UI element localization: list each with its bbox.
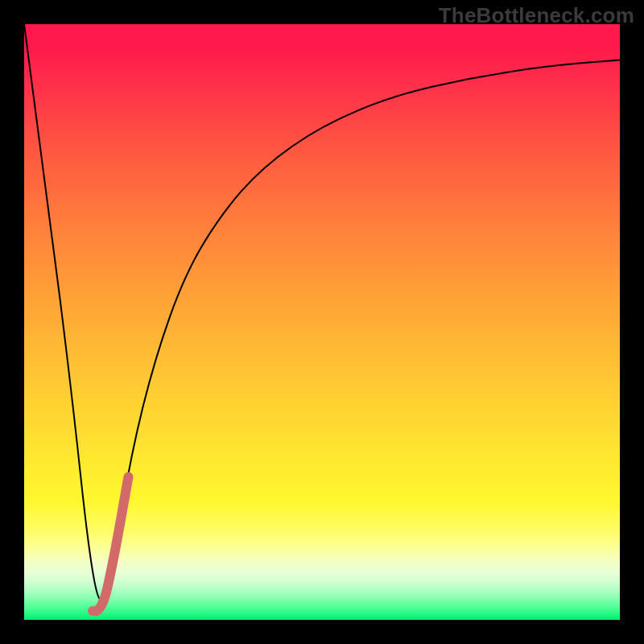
curve-layer	[24, 24, 620, 611]
series-bottleneck-curve	[24, 24, 620, 601]
chart-svg	[24, 24, 620, 620]
series-highlight-segment	[93, 477, 128, 611]
chart-frame: TheBottleneck.com	[0, 0, 644, 644]
plot-area	[24, 24, 620, 620]
watermark-text: TheBottleneck.com	[439, 3, 634, 28]
